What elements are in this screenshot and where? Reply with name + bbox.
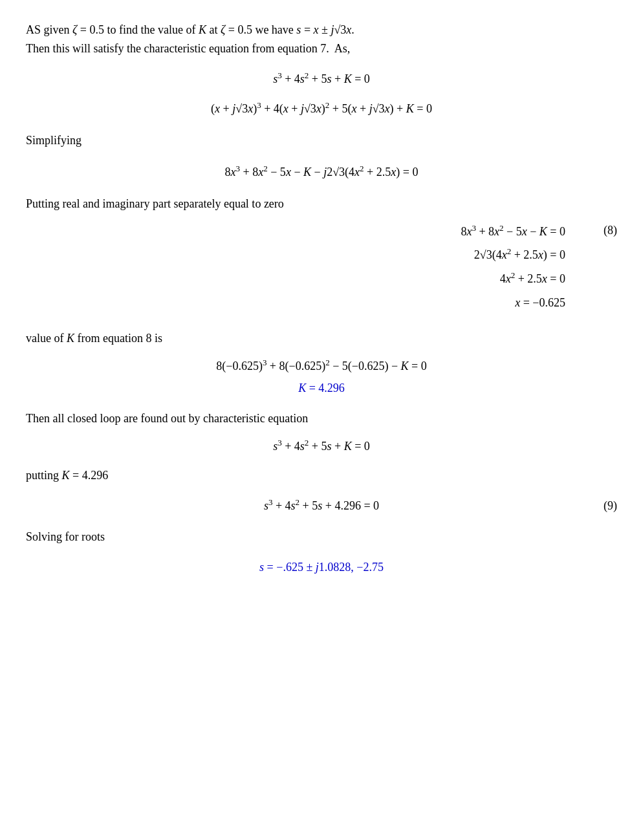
eq4-line: 8x3 + 8x2 − 5x − K = 0 xyxy=(461,222,565,241)
eq6-line: 4x2 + 2.5x = 0 xyxy=(500,270,565,288)
eq3-text: 8x3 + 8x2 − 5x − K − j2√3(4x2 + 2.5x) = … xyxy=(225,166,419,178)
equation-11: s3 + 4s2 + 5s + 4.296 = 0 xyxy=(26,497,617,515)
page-content: AS given ζ = 0.5 to find the value of K … xyxy=(26,21,617,577)
intro-paragraph: AS given ζ = 0.5 to find the value of K … xyxy=(26,21,617,58)
equation-1: s3 + 4s2 + 5s + K = 0 xyxy=(26,70,617,89)
eq-number-8: (8) xyxy=(604,221,617,240)
solving-label: Solving for roots xyxy=(26,528,617,546)
putting-k-label: putting K = 4.296 xyxy=(26,466,617,485)
final-roots: s = −.625 ± j1.0828, −2.75 xyxy=(26,558,617,577)
eq-group-right: 8x3 + 8x2 − 5x − K = 0 2√3(4x2 + 2.5x) =… xyxy=(26,220,617,315)
roots-blue: s = −.625 ± j1.0828, −2.75 xyxy=(259,561,384,574)
eq11-text: s3 + 4s2 + 5s + 4.296 = 0 xyxy=(264,499,379,512)
value-k-label: value of K from equation 8 is xyxy=(26,329,617,348)
equation-2: (x + j√3x)3 + 4(x + j√3x)2 + 5(x + j√3x)… xyxy=(26,100,617,118)
k-result: K = 4.296 xyxy=(26,379,617,398)
eq-number-9: (9) xyxy=(604,497,617,515)
eq2-text: (x + j√3x)3 + 4(x + j√3x)2 + 5(x + j√3x)… xyxy=(211,102,432,115)
equation-9-container: s3 + 4s2 + 5s + 4.296 = 0 (9) xyxy=(26,497,617,515)
eq8-text: 8(−0.625)3 + 8(−0.625)2 − 5(−0.625) − K … xyxy=(216,360,427,372)
eq7-line: x = −0.625 xyxy=(515,294,565,312)
equation-group-8: 8x3 + 8x2 − 5x − K = 0 2√3(4x2 + 2.5x) =… xyxy=(26,220,617,315)
eq5-line: 2√3(4x2 + 2.5x) = 0 xyxy=(474,246,565,264)
equation-3: 8x3 + 8x2 − 5x − K − j2√3(4x2 + 2.5x) = … xyxy=(26,163,617,182)
then-label: Then all closed loop are found out by ch… xyxy=(26,409,617,428)
eq1-text: s3 + 4s2 + 5s + K = 0 xyxy=(273,72,370,85)
eq10-text: s3 + 4s2 + 5s + K = 0 xyxy=(273,440,370,453)
k-value-blue: K = 4.296 xyxy=(298,382,345,394)
putting-label: Putting real and imaginary part separate… xyxy=(26,195,617,213)
equation-10: s3 + 4s2 + 5s + K = 0 xyxy=(26,437,617,456)
equation-8-calc: 8(−0.625)3 + 8(−0.625)2 − 5(−0.625) − K … xyxy=(26,357,617,376)
simplifying-label: Simplifying xyxy=(26,131,617,150)
